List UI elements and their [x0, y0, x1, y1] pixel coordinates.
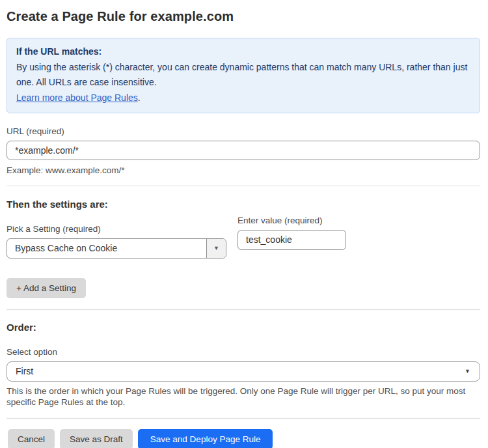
- settings-section-heading: Then the settings are:: [7, 199, 480, 210]
- cancel-button[interactable]: Cancel: [8, 429, 55, 448]
- url-input[interactable]: [7, 141, 480, 160]
- setting-select-label: Pick a Setting (required): [7, 224, 226, 234]
- setting-value-label: Enter value (required): [237, 216, 346, 225]
- divider-footer: [7, 418, 480, 419]
- link-suffix: .: [138, 92, 141, 103]
- order-select[interactable]: First ▼: [7, 361, 480, 382]
- save-as-draft-button[interactable]: Save as Draft: [60, 429, 133, 448]
- info-box-body: By using the asterisk (*) character, you…: [16, 60, 470, 91]
- setting-select[interactable]: Bypass Cache on Cookie ▼: [7, 238, 226, 259]
- page-title: Create a Page Rule for example.com: [7, 9, 480, 24]
- info-box-heading: If the URL matches:: [16, 44, 470, 60]
- footer-actions: Cancel Save as Draft Save and Deploy Pag…: [8, 429, 480, 448]
- url-example-helper: Example: www.example.com/*: [7, 165, 480, 176]
- add-setting-button[interactable]: + Add a Setting: [7, 278, 86, 298]
- order-section-heading: Order:: [7, 322, 480, 333]
- order-helper-text: This is the order in which your Page Rul…: [7, 385, 478, 408]
- info-box-link-line: Learn more about Page Rules.: [16, 91, 470, 106]
- chevron-down-icon: ▼: [465, 368, 470, 374]
- setting-select-arrow-button[interactable]: ▼: [206, 239, 226, 258]
- save-and-deploy-button[interactable]: Save and Deploy Page Rule: [138, 429, 273, 448]
- learn-more-link[interactable]: Learn more about Page Rules: [16, 92, 138, 103]
- divider-settings: [7, 186, 480, 186]
- setting-select-value: Bypass Cache on Cookie: [7, 243, 206, 253]
- order-select-value: First: [7, 366, 42, 376]
- url-match-info-box: If the URL matches: By using the asteris…: [7, 38, 480, 113]
- chevron-down-icon: ▼: [213, 245, 219, 251]
- setting-value-input[interactable]: [237, 230, 346, 250]
- url-field-label: URL (required): [7, 126, 480, 136]
- settings-row: Pick a Setting (required) Bypass Cache o…: [7, 211, 480, 259]
- order-select-label: Select option: [7, 347, 480, 357]
- page-rule-form: Create a Page Rule for example.com If th…: [0, 0, 488, 448]
- divider-order: [7, 309, 480, 310]
- setting-select-column: Pick a Setting (required) Bypass Cache o…: [7, 211, 226, 259]
- setting-value-column: Enter value (required): [237, 216, 346, 259]
